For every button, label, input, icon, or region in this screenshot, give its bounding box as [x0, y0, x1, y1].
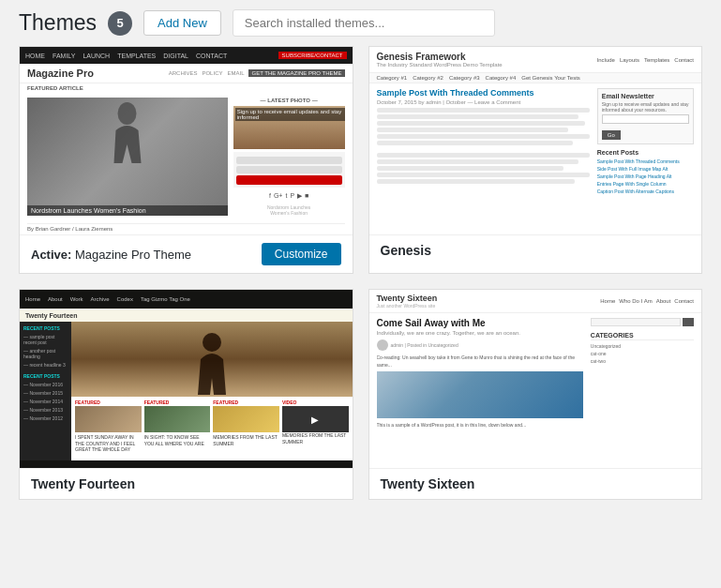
- tf-feat-label-2: FEATURED: [144, 400, 211, 405]
- tf-body: RECENT POSTS — sample post recent post —…: [20, 322, 353, 460]
- gen-recent-posts-title: Recent Posts: [597, 149, 694, 156]
- mag-sub-cta: GET THE MAGAZINE PRO THEME: [248, 69, 344, 77]
- tf-sidebar-archives: RECENT POSTS: [23, 373, 68, 379]
- mag-nav-contact: CONTACT: [196, 53, 227, 59]
- gen-recent-link-2: Side Post With Full Image Map Alt: [597, 166, 694, 172]
- tf-featured-2: FEATURED IN SIGHT: TO KNOW SEE YOU ALL W…: [144, 400, 211, 453]
- mag-title: Magazine Pro: [27, 68, 94, 79]
- theme-footer-magazine-pro: Active: Magazine Pro Theme Customize: [20, 234, 353, 273]
- gen-sub-cat2: Category #2: [413, 75, 443, 81]
- tf-hero-image: [71, 322, 353, 397]
- tf-nav-home: Home: [25, 296, 40, 302]
- gen-text-10: [377, 173, 590, 177]
- gen-post-title: Sample Post With Threaded Comments: [377, 88, 590, 98]
- ts-post-title: Come Sail Away with Me: [377, 318, 583, 328]
- mag-nav-templates: TEMPLATES: [117, 53, 156, 59]
- gen-email-input: [602, 114, 689, 124]
- theme-footer-twenty-fourteen: Twenty Fourteen: [20, 468, 353, 499]
- tf-header: Twenty Fourteen: [20, 309, 353, 322]
- gen-newsletter-text: Sign up to receive email updates and sta…: [602, 101, 689, 113]
- themes-count-badge: 5: [108, 11, 132, 36]
- tf-video-cap: MEMORIES FROM THE LAST SUMMER: [282, 432, 349, 445]
- gen-title: Genesis Framework: [377, 52, 503, 62]
- svg-point-0: [117, 102, 136, 125]
- theme-name-genesis: Genesis: [381, 243, 431, 258]
- mag-sub-nav-item2: POLICY: [202, 70, 222, 76]
- ts-nav-who: Who Do I Am: [619, 298, 652, 304]
- ts-nav: Home Who Do I Am About Contact: [600, 298, 694, 304]
- ts-avatar: [377, 339, 388, 351]
- tf-sidebar-item-2: — another post heading: [23, 348, 68, 359]
- gen-text-11: [377, 179, 575, 184]
- gen-text-3: [377, 121, 586, 126]
- mag-nav-home: HOME: [25, 53, 45, 59]
- gen-text-6: [377, 141, 573, 145]
- tf-featured-1: FEATURED I SPENT SUNDAY AWAY IN THE COUN…: [75, 400, 142, 453]
- gen-title-block: Genesis Framework The Industry Standard …: [377, 52, 503, 68]
- genesis-mock: Genesis Framework The Industry Standard …: [369, 47, 702, 234]
- theme-screenshot-magazine-pro: HOME FAMILY LAUNCH TEMPLATES DIGITAL CON…: [20, 47, 353, 234]
- gen-main: Sample Post With Threaded Comments Octob…: [377, 88, 590, 230]
- gen-subtitle: The Industry Standard WordPress Demo Tem…: [377, 62, 503, 68]
- mag-social-row: f G+ t P ▶ ■: [233, 190, 345, 202]
- gen-sidebar: Email Newsletter Sign up to receive emai…: [597, 88, 694, 230]
- themes-grid: HOME FAMILY LAUNCH TEMPLATES DIGITAL CON…: [0, 46, 721, 519]
- tf-feat-img-1: [75, 406, 142, 432]
- mag-nav: HOME FAMILY LAUNCH TEMPLATES DIGITAL CON…: [20, 47, 353, 64]
- ts-site-title: Twenty Sixteen: [377, 294, 438, 303]
- tf-feat-img-2: [144, 406, 211, 432]
- mag-photo-label: — LATEST PHOTO —: [233, 98, 345, 103]
- ts-text-2: This is a sample of a WordPress post, it…: [377, 421, 583, 429]
- ts-categories-section: CATEGORIES Uncategorized cat-one cat-two: [591, 332, 694, 364]
- gen-text-4: [377, 128, 568, 132]
- ts-search-box: [591, 318, 694, 326]
- tf-video-thumb: ▶: [282, 406, 349, 432]
- ts-nav-contact: Contact: [674, 298, 694, 304]
- tf-featured-posts: FEATURED I SPENT SUNDAY AWAY IN THE COUN…: [71, 397, 353, 456]
- ts-post-image: [377, 371, 583, 418]
- mag-sidebar-footer: Nordstrom LaunchesWomen's Fashion: [233, 204, 345, 216]
- ts-nav-about: About: [656, 298, 671, 304]
- gen-recent-link-4: Entries Page With Single Column: [597, 181, 694, 187]
- tf-sidebar: RECENT POSTS — sample post recent post —…: [20, 322, 71, 460]
- mag-header: Magazine Pro ARCHIVES POLICY EMAIL GET T…: [20, 64, 353, 83]
- theme-card-twenty-sixteen: Twenty Sixteen Just another WordPress si…: [368, 289, 703, 500]
- ts-cat-2: cat-one: [591, 351, 694, 356]
- add-new-button[interactable]: Add New: [143, 10, 221, 36]
- tf-feat-img-3: [213, 406, 279, 432]
- mag-featured-caption: Nordstrom Launches Women's Fashion: [27, 205, 228, 216]
- tf-feat-cap-1: I SPENT SUNDAY AWAY IN THE COUNTRY AND I…: [75, 434, 142, 453]
- gen-sub-nav: Category #1 Category #2 Category #3 Cate…: [369, 73, 702, 83]
- gen-recent-link-3: Sample Post With Page Heading Alt: [597, 173, 694, 179]
- theme-screenshot-genesis: Genesis Framework The Industry Standard …: [369, 47, 702, 234]
- tf-hero-silhouette: [174, 331, 249, 397]
- mag-social-tw: t: [285, 192, 287, 200]
- tf-feat-label-1: FEATURED: [75, 400, 142, 405]
- tf-feat-cap-3: MEMORIES FROM THE LAST SUMMER: [213, 434, 279, 446]
- themes-header: Themes 5 Add New: [0, 0, 721, 46]
- tf-sidebar-item-1: — sample post recent post: [23, 334, 68, 345]
- ts-site-subtitle: Just another WordPress site: [377, 303, 438, 309]
- tf-feat-label-3: FEATURED: [213, 400, 279, 405]
- tf-main: FEATURED I SPENT SUNDAY AWAY IN THE COUN…: [71, 322, 353, 460]
- mag-social-pi: P: [290, 192, 294, 200]
- theme-card-genesis: Genesis Framework The Industry Standard …: [368, 46, 703, 274]
- tf-nav-archive: Archive: [91, 296, 110, 302]
- gen-recent-link-1: Sample Post With Threaded Comments: [597, 158, 694, 164]
- mag-social-yt: ▶: [297, 192, 302, 200]
- ts-avatar-meta: admin | Posted in Uncategorized: [377, 339, 583, 351]
- tf-sidebar-arc-4: — November 2013: [23, 407, 68, 413]
- tf-mock: Home About Work Archive Codex Tag Gizmo …: [20, 290, 353, 468]
- gen-go-btn: Go: [602, 130, 621, 140]
- ts-sidebar: CATEGORIES Uncategorized cat-one cat-two: [591, 318, 694, 463]
- customize-button[interactable]: Customize: [262, 243, 341, 265]
- tf-nav-about: About: [48, 296, 63, 302]
- mag-nav-cta: SUBSCRIBE/CONTACT: [278, 52, 347, 59]
- mag-bottom-1: By Brian Gardner / Laura Ziemens: [27, 223, 345, 232]
- mag-nav-launch: LAUNCH: [83, 53, 110, 59]
- gen-header: Genesis Framework The Industry Standard …: [369, 47, 702, 73]
- ts-meta: admin | Posted in Uncategorized: [391, 342, 458, 348]
- search-input[interactable]: [233, 9, 495, 37]
- gen-text-2: [377, 114, 579, 119]
- mag-bottom: By Brian Gardner / Laura Ziemens: [20, 220, 353, 234]
